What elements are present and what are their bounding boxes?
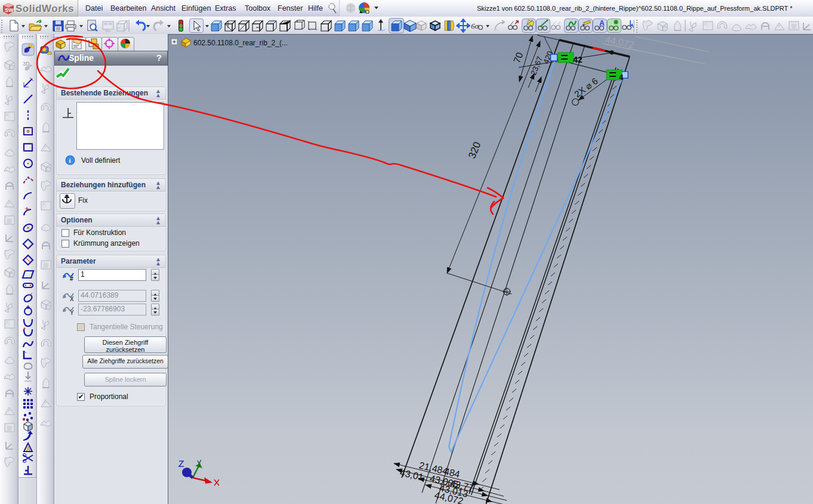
svg-text:A: A — [599, 19, 605, 27]
svg-text:44,072: 44,072 — [604, 35, 635, 50]
svg-text:23,67: 23,67 — [529, 55, 544, 76]
svg-text:602.50.1108.0_rear_rib_2_(...: 602.50.1108.0_rear_rib_2_(... — [193, 39, 288, 47]
svg-text:X: X — [70, 296, 74, 302]
svg-text:70: 70 — [512, 51, 525, 64]
svg-text:42: 42 — [573, 55, 583, 64]
svg-text:Y: Y — [70, 310, 74, 316]
svg-text:320: 320 — [466, 140, 483, 160]
svg-text:6σ: 6σ — [471, 21, 479, 30]
svg-text:i: i — [69, 157, 71, 164]
svg-text:#: # — [70, 276, 73, 282]
svg-text:SW: SW — [5, 7, 14, 13]
svg-text:4: 4 — [619, 73, 624, 82]
